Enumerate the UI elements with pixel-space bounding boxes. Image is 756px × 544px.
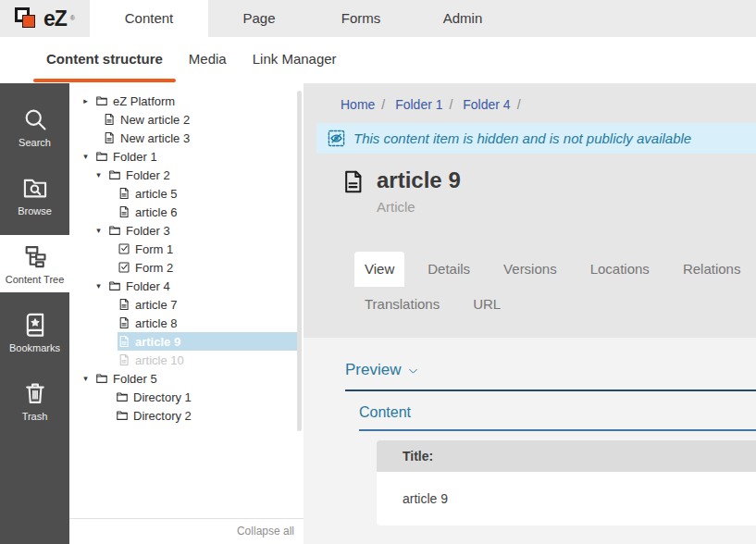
tree-scrollbar[interactable] <box>297 91 302 431</box>
article-icon <box>341 167 366 215</box>
content-tab[interactable]: Translations <box>354 287 450 322</box>
sub-nav-tab[interactable]: Link Manager <box>240 37 350 83</box>
content-tab[interactable]: Versions <box>493 252 567 287</box>
field-value: article 9 <box>377 472 756 525</box>
tree-item[interactable]: Directory 1 <box>69 388 304 406</box>
content-section: Content Title: article 9 <box>359 404 756 525</box>
sidebar: Search Browse Content Tree Bookmarks Tra… <box>0 83 69 544</box>
sub-nav-tab[interactable]: Content structure <box>33 37 176 83</box>
sub-nav-tab[interactable]: Media <box>176 37 240 83</box>
sidebar-item[interactable]: Browse <box>0 167 69 224</box>
expanded-arrow-icon[interactable]: ▾ <box>93 170 104 179</box>
expanded-arrow-icon[interactable]: ▾ <box>81 374 91 383</box>
trash-icon <box>0 380 69 406</box>
tree-item[interactable]: ▾ Folder 1 <box>69 147 304 166</box>
content-tree: ▸ eZ Platform New article 2 <box>69 83 304 518</box>
breadcrumb-link[interactable]: Folder 1 <box>395 97 442 112</box>
app-logo[interactable]: eZ ® <box>0 0 90 37</box>
tree-item[interactable]: ▾ Folder 4 <box>69 277 304 295</box>
main-nav-tab[interactable]: Content <box>90 0 208 37</box>
tree-item-label: New article 2 <box>120 113 190 127</box>
breadcrumb: Home/ Folder 1/ Folder 4/ <box>304 83 756 123</box>
content-tab[interactable]: Relations <box>673 252 751 287</box>
folder-icon <box>95 150 108 163</box>
tree-item-label: Form 1 <box>135 242 173 256</box>
folder-icon <box>116 409 129 422</box>
tree-item-label: article 5 <box>135 187 178 201</box>
tree-item-label: Folder 4 <box>126 279 170 293</box>
breadcrumb-link[interactable]: Home <box>341 97 375 112</box>
tree-item-label: eZ Platform <box>113 94 175 108</box>
content-tabs: View Details Versions Locations Relation… <box>354 252 756 322</box>
tree-item[interactable]: ▾ Folder 2 <box>69 166 304 184</box>
content-tab[interactable]: View <box>354 252 404 287</box>
tree-item[interactable]: Directory 2 <box>69 406 304 425</box>
expanded-arrow-icon[interactable]: ▾ <box>81 152 91 161</box>
active-tab-underline <box>33 79 176 82</box>
tree-item[interactable]: Form 1 <box>69 240 304 258</box>
content-body: Preview Content Title: article 9 <box>304 338 756 544</box>
article-icon <box>118 205 130 218</box>
tree-item-label: article 10 <box>135 353 184 367</box>
breadcrumb-link[interactable]: Folder 4 <box>463 97 510 112</box>
content-tab[interactable]: Details <box>417 252 480 287</box>
tree-item[interactable]: ▸ eZ Platform <box>69 92 304 110</box>
sidebar-item-label: Content Tree <box>0 274 69 285</box>
collapse-all-button[interactable]: Collapse all <box>69 518 304 544</box>
search-icon <box>0 106 69 132</box>
sidebar-item-label: Trash <box>0 411 69 422</box>
browse-icon <box>0 175 69 201</box>
tree-item-label: article 7 <box>135 298 178 312</box>
expanded-arrow-icon[interactable]: ▾ <box>93 281 104 291</box>
content-divider <box>359 429 756 431</box>
tree-item-label: Folder 2 <box>126 168 170 182</box>
main-nav-tab[interactable]: Admin <box>412 0 514 37</box>
folder-icon <box>95 372 108 385</box>
tree-item[interactable]: article 6 <box>69 203 304 221</box>
tree-item[interactable]: New article 2 <box>69 110 304 129</box>
sidebar-item[interactable]: Trash <box>0 372 69 429</box>
article-icon <box>118 316 130 329</box>
tree-item-label: article 6 <box>135 205 178 219</box>
content-tab[interactable]: Locations <box>580 252 660 287</box>
field-table: Title: article 9 <box>377 440 756 525</box>
content-tab[interactable]: URL <box>463 287 511 322</box>
hidden-eye-icon <box>328 130 345 147</box>
main-nav-tab[interactable]: Forms <box>310 0 412 37</box>
tree-item[interactable]: ▾ Folder 5 <box>69 369 304 388</box>
article-icon <box>118 353 130 366</box>
tree-item-label: Folder 5 <box>113 372 157 386</box>
tree-item-label: Directory 1 <box>133 390 192 404</box>
breadcrumb-separator: / <box>443 97 460 112</box>
sidebar-item[interactable]: Bookmarks <box>0 303 69 361</box>
tree-item[interactable]: article 8 <box>69 314 304 332</box>
sidebar-item[interactable]: Content Tree <box>0 235 69 292</box>
breadcrumb-separator: / <box>511 97 527 112</box>
folder-icon <box>116 390 129 403</box>
sidebar-item-label: Bookmarks <box>0 342 69 353</box>
tree-item-label: New article 3 <box>120 131 190 145</box>
preview-section-toggle[interactable]: Preview <box>345 361 756 379</box>
tree-item[interactable]: article 5 <box>69 184 304 203</box>
tree-item-label: Folder 1 <box>113 150 157 164</box>
form-icon <box>118 261 130 274</box>
sub-nav: Content structure Media Link Manager <box>0 37 756 83</box>
tree-item[interactable]: article 10 <box>69 351 304 369</box>
tree-item[interactable]: ▾ Folder 3 <box>69 221 304 240</box>
content-tree-icon <box>0 243 69 269</box>
expanded-arrow-icon[interactable]: ▾ <box>93 226 104 235</box>
tree-item[interactable]: Form 2 <box>69 258 304 277</box>
sidebar-item-label: Browse <box>0 205 69 216</box>
form-icon <box>118 242 130 255</box>
ez-logo-icon <box>15 6 40 31</box>
tree-item[interactable]: article 9 <box>69 332 304 351</box>
collapsed-arrow-icon[interactable]: ▸ <box>81 96 91 105</box>
chevron-down-icon <box>407 365 419 377</box>
content-tree-panel: ▸ eZ Platform New article 2 <box>69 83 304 544</box>
article-icon <box>118 335 130 348</box>
main-nav-tab[interactable]: Page <box>208 0 310 37</box>
sidebar-item-label: Search <box>0 137 69 148</box>
tree-item[interactable]: New article 3 <box>69 129 304 147</box>
sidebar-item[interactable]: Search <box>0 98 69 155</box>
tree-item[interactable]: article 7 <box>69 295 304 314</box>
